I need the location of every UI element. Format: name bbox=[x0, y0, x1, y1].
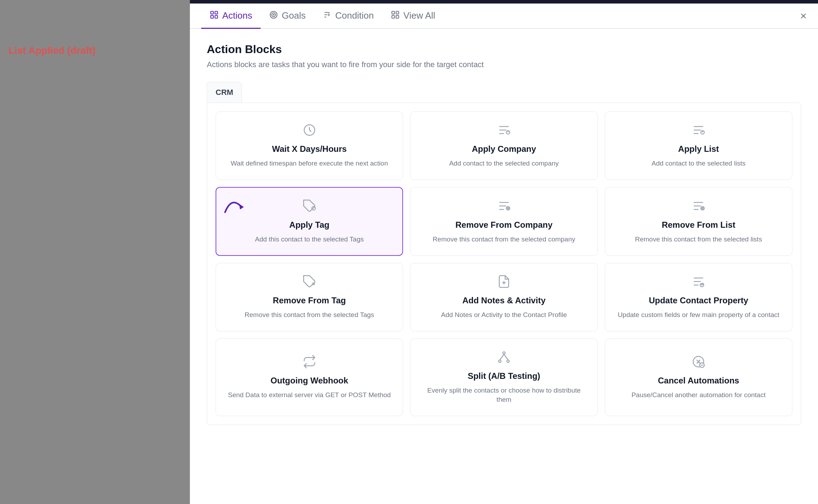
remove-tag-desc: Remove this contact from the selected Ta… bbox=[245, 310, 374, 320]
tab-actions[interactable]: Actions bbox=[201, 4, 261, 29]
close-button[interactable]: × bbox=[800, 10, 807, 21]
split-icon bbox=[497, 350, 511, 366]
card-apply-list[interactable]: Apply List Add contact to the selected l… bbox=[605, 111, 792, 180]
arrow-decoration bbox=[222, 195, 250, 217]
cards-container: Wait X Days/Hours Wait defined timespan … bbox=[207, 103, 801, 425]
actions-icon bbox=[210, 10, 219, 21]
remove-tag-title: Remove From Tag bbox=[273, 296, 346, 305]
section-title: Action Blocks bbox=[207, 43, 801, 56]
apply-tag-title: Apply Tag bbox=[289, 220, 330, 230]
goals-icon bbox=[269, 10, 278, 21]
tab-condition[interactable]: Condition bbox=[314, 4, 382, 29]
list-applied-label: List Applied (draft) bbox=[8, 45, 96, 56]
cancel-automations-icon bbox=[691, 355, 705, 371]
update-property-title: Update Contact Property bbox=[649, 296, 748, 305]
add-notes-title: Add Notes & Activity bbox=[462, 296, 545, 305]
split-desc: Evenly split the contacts or choose how … bbox=[419, 386, 589, 405]
card-apply-company[interactable]: Apply Company Add contact to the selecte… bbox=[410, 111, 597, 180]
remove-list-desc: Remove this contact from the selected li… bbox=[635, 235, 762, 244]
apply-tag-desc: Add this contact to the selected Tags bbox=[255, 235, 364, 244]
tab-goals[interactable]: Goals bbox=[261, 4, 314, 29]
svg-rect-7 bbox=[392, 11, 395, 14]
split-title: Split (A/B Testing) bbox=[468, 371, 540, 381]
card-update-property[interactable]: Update Contact Property Update custom fi… bbox=[605, 263, 792, 331]
viewall-icon bbox=[391, 10, 400, 21]
cancel-automations-desc: Pause/Cancel another automation for cont… bbox=[632, 390, 766, 400]
left-panel-content: List Applied (draft) bbox=[8, 45, 96, 56]
wait-desc: Wait defined timespan before execute the… bbox=[231, 159, 388, 168]
tab-viewall[interactable]: View All bbox=[382, 4, 444, 29]
top-bar bbox=[190, 0, 818, 4]
webhook-title: Outgoing Webhook bbox=[270, 376, 348, 386]
condition-icon bbox=[322, 10, 332, 21]
card-remove-tag[interactable]: Remove From Tag Remove this contact from… bbox=[216, 263, 403, 331]
svg-rect-0 bbox=[211, 11, 213, 14]
svg-rect-8 bbox=[396, 11, 399, 14]
left-panel: List Applied (draft) bbox=[0, 0, 190, 504]
svg-line-49 bbox=[500, 354, 504, 360]
add-notes-icon bbox=[497, 274, 511, 291]
cancel-automations-title: Cancel Automations bbox=[658, 376, 739, 386]
section-desc: Actions blocks are tasks that you want t… bbox=[207, 60, 801, 69]
wait-icon bbox=[302, 123, 317, 139]
svg-point-47 bbox=[499, 360, 501, 362]
apply-tag-icon bbox=[302, 199, 317, 215]
add-notes-desc: Add Notes or Activity to the Contact Pro… bbox=[441, 310, 567, 320]
webhook-desc: Send Data to external server via GET or … bbox=[228, 390, 391, 400]
svg-rect-3 bbox=[215, 15, 218, 18]
tab-nav: Actions Goals Condition bbox=[190, 4, 818, 29]
wait-title: Wait X Days/Hours bbox=[272, 144, 347, 154]
svg-rect-2 bbox=[211, 15, 213, 18]
remove-list-icon bbox=[691, 199, 705, 215]
apply-company-title: Apply Company bbox=[472, 144, 536, 154]
remove-company-title: Remove From Company bbox=[455, 220, 552, 230]
svg-point-48 bbox=[507, 360, 509, 362]
remove-list-title: Remove From List bbox=[662, 220, 735, 230]
update-property-desc: Update custom fields or few main propert… bbox=[618, 310, 779, 320]
crm-label: CRM bbox=[207, 82, 242, 103]
modal-panel: Actions Goals Condition bbox=[190, 0, 818, 504]
remove-company-icon bbox=[497, 199, 511, 215]
card-remove-list[interactable]: Remove From List Remove this contact fro… bbox=[605, 187, 792, 256]
apply-company-icon bbox=[497, 123, 511, 139]
apply-list-title: Apply List bbox=[678, 144, 719, 154]
tab-actions-label: Actions bbox=[222, 10, 252, 21]
cards-grid: Wait X Days/Hours Wait defined timespan … bbox=[216, 111, 792, 416]
svg-marker-22 bbox=[239, 204, 244, 209]
apply-list-icon bbox=[691, 123, 705, 139]
svg-rect-10 bbox=[396, 15, 399, 18]
card-cancel-automations[interactable]: Cancel Automations Pause/Cancel another … bbox=[605, 338, 792, 416]
crm-group: CRM Wait X Days/Hours Wait defined times… bbox=[207, 82, 801, 425]
svg-point-6 bbox=[273, 14, 274, 15]
card-webhook[interactable]: Outgoing Webhook Send Data to external s… bbox=[216, 338, 403, 416]
card-remove-company[interactable]: Remove From Company Remove this contact … bbox=[410, 187, 597, 256]
webhook-icon bbox=[302, 355, 317, 371]
apply-company-desc: Add contact to the selected company bbox=[449, 159, 559, 168]
card-wait[interactable]: Wait X Days/Hours Wait defined timespan … bbox=[216, 111, 403, 180]
card-apply-tag[interactable]: Apply Tag Add this contact to the select… bbox=[216, 187, 403, 256]
svg-line-50 bbox=[504, 354, 508, 360]
remove-tag-icon bbox=[302, 274, 317, 291]
tab-viewall-label: View All bbox=[403, 10, 435, 21]
card-split[interactable]: Split (A/B Testing) Evenly split the con… bbox=[410, 338, 597, 416]
svg-rect-9 bbox=[392, 15, 395, 18]
tab-condition-label: Condition bbox=[335, 10, 374, 21]
apply-list-desc: Add contact to the selected lists bbox=[652, 159, 746, 168]
svg-point-46 bbox=[503, 352, 505, 354]
remove-company-desc: Remove this contact from the selected co… bbox=[433, 235, 575, 244]
update-property-icon bbox=[691, 274, 705, 291]
tab-goals-label: Goals bbox=[282, 10, 306, 21]
svg-rect-1 bbox=[215, 11, 218, 14]
content-area: Action Blocks Actions blocks are tasks t… bbox=[190, 29, 818, 504]
card-add-notes[interactable]: Add Notes & Activity Add Notes or Activi… bbox=[410, 263, 597, 331]
